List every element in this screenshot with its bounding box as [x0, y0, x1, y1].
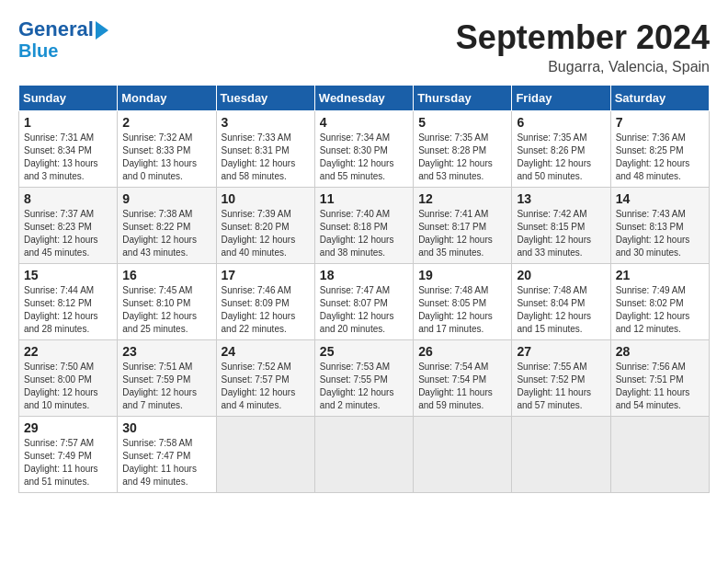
day-number: 13 — [517, 191, 605, 206]
calendar-cell: 6Sunrise: 7:35 AM Sunset: 8:26 PM Daylig… — [512, 111, 610, 188]
calendar-cell: 22Sunrise: 7:50 AM Sunset: 8:00 PM Dayli… — [19, 340, 118, 417]
day-number: 7 — [616, 115, 704, 130]
day-number: 21 — [616, 268, 704, 282]
day-number: 6 — [517, 115, 605, 130]
calendar-week-row: 1Sunrise: 7:31 AM Sunset: 8:34 PM Daylig… — [19, 111, 710, 188]
weekday-header-wednesday: Wednesday — [314, 86, 413, 111]
day-number: 26 — [418, 344, 506, 359]
day-info: Sunrise: 7:31 AM Sunset: 8:34 PM Dayligh… — [24, 132, 112, 183]
day-number: 28 — [616, 344, 704, 359]
calendar-cell: 11Sunrise: 7:40 AM Sunset: 8:18 PM Dayli… — [314, 188, 413, 264]
calendar-cell: 23Sunrise: 7:51 AM Sunset: 7:59 PM Dayli… — [118, 340, 216, 417]
day-info: Sunrise: 7:44 AM Sunset: 8:12 PM Dayligh… — [24, 284, 112, 336]
calendar-cell: 14Sunrise: 7:43 AM Sunset: 8:13 PM Dayli… — [610, 188, 709, 264]
day-info: Sunrise: 7:32 AM Sunset: 8:33 PM Dayligh… — [122, 132, 210, 183]
calendar-cell: 19Sunrise: 7:48 AM Sunset: 8:05 PM Dayli… — [414, 264, 512, 340]
day-number: 3 — [222, 115, 310, 130]
day-number: 14 — [616, 191, 704, 206]
day-number: 25 — [320, 344, 408, 359]
day-info: Sunrise: 7:56 AM Sunset: 7:51 PM Dayligh… — [616, 361, 704, 412]
day-info: Sunrise: 7:38 AM Sunset: 8:22 PM Dayligh… — [122, 208, 210, 259]
day-info: Sunrise: 7:52 AM Sunset: 7:57 PM Dayligh… — [222, 361, 310, 412]
calendar-cell: 16Sunrise: 7:45 AM Sunset: 8:10 PM Dayli… — [118, 264, 216, 340]
calendar-cell — [216, 417, 314, 493]
calendar-cell — [512, 417, 610, 493]
day-info: Sunrise: 7:42 AM Sunset: 8:15 PM Dayligh… — [517, 208, 605, 259]
day-number: 15 — [24, 268, 112, 282]
day-info: Sunrise: 7:50 AM Sunset: 8:00 PM Dayligh… — [24, 361, 112, 412]
calendar-week-row: 8Sunrise: 7:37 AM Sunset: 8:23 PM Daylig… — [19, 188, 710, 264]
day-info: Sunrise: 7:55 AM Sunset: 7:52 PM Dayligh… — [517, 361, 605, 412]
title-block: September 2024 Bugarra, Valencia, Spain — [456, 18, 710, 75]
calendar-cell: 26Sunrise: 7:54 AM Sunset: 7:54 PM Dayli… — [414, 340, 512, 417]
weekday-header-sunday: Sunday — [19, 86, 118, 111]
day-number: 19 — [418, 268, 506, 282]
calendar-cell: 25Sunrise: 7:53 AM Sunset: 7:55 PM Dayli… — [314, 340, 413, 417]
calendar-cell: 8Sunrise: 7:37 AM Sunset: 8:23 PM Daylig… — [19, 188, 118, 264]
day-info: Sunrise: 7:46 AM Sunset: 8:09 PM Dayligh… — [222, 284, 310, 336]
calendar-cell: 30Sunrise: 7:58 AM Sunset: 7:47 PM Dayli… — [118, 417, 216, 493]
day-number: 29 — [24, 420, 112, 435]
calendar-cell: 18Sunrise: 7:47 AM Sunset: 8:07 PM Dayli… — [314, 264, 413, 340]
calendar-cell: 9Sunrise: 7:38 AM Sunset: 8:22 PM Daylig… — [118, 188, 216, 264]
calendar-cell: 17Sunrise: 7:46 AM Sunset: 8:09 PM Dayli… — [216, 264, 314, 340]
day-info: Sunrise: 7:51 AM Sunset: 7:59 PM Dayligh… — [122, 361, 210, 412]
day-info: Sunrise: 7:57 AM Sunset: 7:49 PM Dayligh… — [24, 437, 112, 488]
day-number: 9 — [122, 191, 210, 206]
calendar-cell: 24Sunrise: 7:52 AM Sunset: 7:57 PM Dayli… — [216, 340, 314, 417]
calendar-cell: 1Sunrise: 7:31 AM Sunset: 8:34 PM Daylig… — [19, 111, 118, 188]
day-info: Sunrise: 7:58 AM Sunset: 7:47 PM Dayligh… — [122, 437, 210, 488]
day-info: Sunrise: 7:45 AM Sunset: 8:10 PM Dayligh… — [122, 284, 210, 336]
calendar-cell: 15Sunrise: 7:44 AM Sunset: 8:12 PM Dayli… — [19, 264, 118, 340]
day-number: 17 — [222, 268, 310, 282]
day-info: Sunrise: 7:37 AM Sunset: 8:23 PM Dayligh… — [24, 208, 112, 259]
calendar-cell: 4Sunrise: 7:34 AM Sunset: 8:30 PM Daylig… — [314, 111, 413, 188]
day-info: Sunrise: 7:33 AM Sunset: 8:31 PM Dayligh… — [222, 132, 310, 183]
calendar-week-row: 15Sunrise: 7:44 AM Sunset: 8:12 PM Dayli… — [19, 264, 710, 340]
calendar-cell: 5Sunrise: 7:35 AM Sunset: 8:28 PM Daylig… — [414, 111, 512, 188]
day-info: Sunrise: 7:39 AM Sunset: 8:20 PM Dayligh… — [222, 208, 310, 259]
day-info: Sunrise: 7:53 AM Sunset: 7:55 PM Dayligh… — [320, 361, 408, 412]
day-number: 5 — [418, 115, 506, 130]
day-number: 22 — [24, 344, 112, 359]
day-number: 30 — [122, 420, 210, 435]
day-info: Sunrise: 7:36 AM Sunset: 8:25 PM Dayligh… — [616, 132, 704, 183]
day-info: Sunrise: 7:35 AM Sunset: 8:28 PM Dayligh… — [418, 132, 506, 183]
day-number: 16 — [122, 268, 210, 282]
day-number: 10 — [222, 191, 310, 206]
calendar-cell — [314, 417, 413, 493]
day-info: Sunrise: 7:49 AM Sunset: 8:02 PM Dayligh… — [616, 284, 704, 336]
calendar-cell: 12Sunrise: 7:41 AM Sunset: 8:17 PM Dayli… — [414, 188, 512, 264]
day-number: 18 — [320, 268, 408, 282]
weekday-header-friday: Friday — [512, 86, 610, 111]
day-number: 20 — [517, 268, 605, 282]
weekday-header-monday: Monday — [118, 86, 216, 111]
location-subtitle: Bugarra, Valencia, Spain — [456, 59, 710, 75]
day-number: 4 — [320, 115, 408, 130]
calendar-cell: 20Sunrise: 7:48 AM Sunset: 8:04 PM Dayli… — [512, 264, 610, 340]
day-info: Sunrise: 7:34 AM Sunset: 8:30 PM Dayligh… — [320, 132, 408, 183]
day-info: Sunrise: 7:40 AM Sunset: 8:18 PM Dayligh… — [320, 208, 408, 259]
day-number: 11 — [320, 191, 408, 206]
calendar-cell: 28Sunrise: 7:56 AM Sunset: 7:51 PM Dayli… — [610, 340, 709, 417]
calendar-week-row: 22Sunrise: 7:50 AM Sunset: 8:00 PM Dayli… — [19, 340, 710, 417]
month-title: September 2024 — [456, 18, 710, 57]
weekday-header-saturday: Saturday — [610, 86, 709, 111]
calendar-cell — [414, 417, 512, 493]
logo: General Blue — [18, 18, 108, 61]
calendar-cell: 13Sunrise: 7:42 AM Sunset: 8:15 PM Dayli… — [512, 188, 610, 264]
calendar-cell: 3Sunrise: 7:33 AM Sunset: 8:31 PM Daylig… — [216, 111, 314, 188]
day-info: Sunrise: 7:48 AM Sunset: 8:04 PM Dayligh… — [517, 284, 605, 336]
calendar-cell: 2Sunrise: 7:32 AM Sunset: 8:33 PM Daylig… — [118, 111, 216, 188]
day-info: Sunrise: 7:47 AM Sunset: 8:07 PM Dayligh… — [320, 284, 408, 336]
logo-arrow-icon — [96, 21, 108, 40]
day-info: Sunrise: 7:54 AM Sunset: 7:54 PM Dayligh… — [418, 361, 506, 412]
day-number: 2 — [122, 115, 210, 130]
page-header: General Blue September 2024 Bugarra, Val… — [18, 18, 710, 75]
calendar-cell: 29Sunrise: 7:57 AM Sunset: 7:49 PM Dayli… — [19, 417, 118, 493]
day-number: 27 — [517, 344, 605, 359]
day-number: 1 — [24, 115, 112, 130]
day-number: 8 — [24, 191, 112, 206]
logo-text-blue: Blue — [18, 40, 58, 61]
weekday-header-row: SundayMondayTuesdayWednesdayThursdayFrid… — [19, 86, 710, 111]
